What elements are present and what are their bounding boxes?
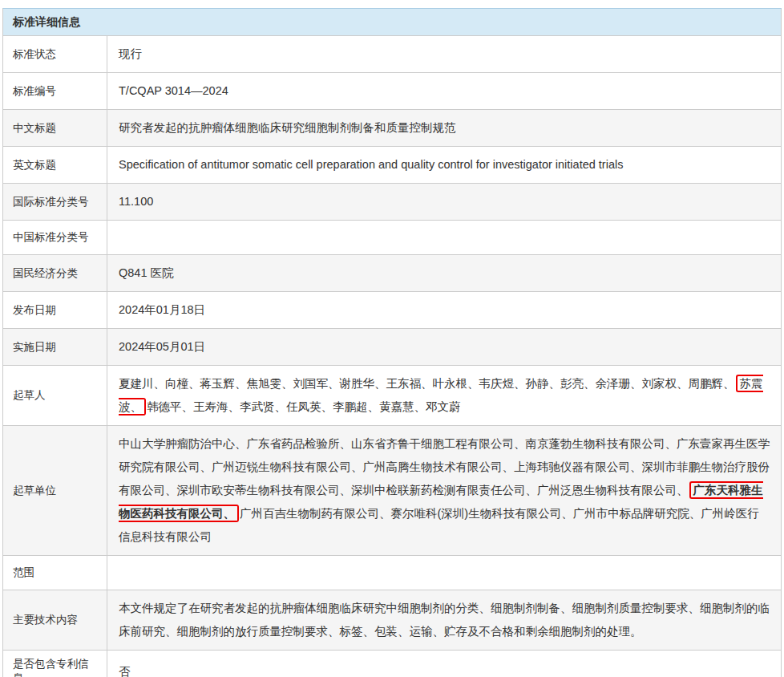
table-row-standard-number: 标准编号 T/CQAP 3014—2024 [3, 73, 781, 110]
organizations-text: 中山大学肿瘤防治中心、广东省药品检验所、山东省齐鲁干细胞工程有限公司、南京蓬勃生… [119, 432, 770, 549]
row-value: 11.100 [107, 184, 781, 220]
economic-classification-value: Q841 医院 [119, 261, 174, 285]
row-label: 实施日期 [3, 329, 107, 365]
implement-date-value: 2024年05月01日 [119, 335, 205, 359]
table-row-drafting-organizations: 起草单位 中山大学肿瘤防治中心、广东省药品检验所、山东省齐鲁干细胞工程有限公司、… [3, 426, 781, 556]
row-value: T/CQAP 3014—2024 [107, 73, 781, 109]
row-label: 起草单位 [3, 426, 107, 555]
row-value: 现行 [107, 36, 781, 72]
row-label: 标准编号 [3, 73, 107, 109]
table-row-publish-date: 发布日期 2024年01月18日 [3, 292, 781, 329]
row-value: 本文件规定了在研究者发起的抗肿瘤体细胞临床研究中细胞制剂的分类、细胞制剂制备、细… [107, 590, 781, 650]
row-value: 夏建川、向橦、蒋玉辉、焦旭雯、刘国军、谢胜华、王东福、叶永根、韦庆煜、孙静、彭亮… [107, 366, 781, 425]
table-row-standard-status: 标准状态 现行 [3, 36, 781, 73]
drafters-text-after: 韩德平、王寿海、李武贤、任凤英、李鹏超、黄嘉慧、邓文蔚 [147, 400, 461, 413]
publish-date-value: 2024年01月18日 [119, 298, 205, 322]
row-label: 范围 [3, 556, 107, 590]
organizations-text-before: 中山大学肿瘤防治中心、广东省药品检验所、山东省齐鲁干细胞工程有限公司、南京蓬勃生… [119, 437, 770, 497]
standard-detail-table: 标准详细信息 标准状态 现行 标准编号 T/CQAP 3014—2024 中文标… [2, 8, 782, 677]
row-label: 国民经济分类 [3, 255, 107, 291]
table-row-english-title: 英文标题 Specification of antitumor somatic … [3, 147, 781, 184]
row-value: Specification of antitumor somatic cell … [107, 147, 781, 183]
row-value: 否 [107, 651, 781, 677]
english-title-value: Specification of antitumor somatic cell … [119, 153, 623, 176]
row-value: 2024年01月18日 [107, 292, 781, 328]
table-row-patent-info: 是否包含专利信息 否 [3, 651, 781, 677]
row-label: 英文标题 [3, 147, 107, 183]
table-row-chinese-title: 中文标题 研究者发起的抗肿瘤体细胞临床研究细胞制剂制备和质量控制规范 [3, 110, 781, 147]
row-label: 标准状态 [3, 36, 107, 72]
chinese-title-value: 研究者发起的抗肿瘤体细胞临床研究细胞制剂制备和质量控制规范 [119, 116, 456, 140]
drafters-text-before: 夏建川、向橦、蒋玉辉、焦旭雯、刘国军、谢胜华、王东福、叶永根、韦庆煜、孙静、彭亮… [119, 377, 735, 390]
table-row-drafters: 起草人 夏建川、向橦、蒋玉辉、焦旭雯、刘国军、谢胜华、王东福、叶永根、韦庆煜、孙… [3, 366, 781, 426]
row-label: 起草人 [3, 366, 107, 425]
row-label: 中国标准分类号 [3, 221, 107, 254]
table-row-scope: 范围 [3, 556, 781, 590]
table-row-ics-number: 国际标准分类号 11.100 [3, 184, 781, 221]
ics-number-value: 11.100 [119, 190, 153, 213]
table-row-ccs-number: 中国标准分类号 [3, 221, 781, 255]
row-value [107, 556, 781, 590]
table-row-implement-date: 实施日期 2024年05月01日 [3, 329, 781, 366]
row-label: 国际标准分类号 [3, 184, 107, 220]
row-value: 2024年05月01日 [107, 329, 781, 365]
table-row-economic-classification: 国民经济分类 Q841 医院 [3, 255, 781, 292]
row-label: 是否包含专利信息 [3, 651, 107, 677]
page-title: 标准详细信息 [13, 15, 80, 30]
row-value: 中山大学肿瘤防治中心、广东省药品检验所、山东省齐鲁干细胞工程有限公司、南京蓬勃生… [107, 426, 781, 555]
drafters-text: 夏建川、向橦、蒋玉辉、焦旭雯、刘国军、谢胜华、王东福、叶永根、韦庆煜、孙静、彭亮… [119, 372, 770, 419]
table-row-main-technical-content: 主要技术内容 本文件规定了在研究者发起的抗肿瘤体细胞临床研究中细胞制剂的分类、细… [3, 590, 781, 651]
row-label: 中文标题 [3, 110, 107, 146]
row-label: 主要技术内容 [3, 590, 107, 650]
row-value: 研究者发起的抗肿瘤体细胞临床研究细胞制剂制备和质量控制规范 [107, 110, 781, 146]
standard-number-value: T/CQAP 3014—2024 [119, 79, 228, 103]
technical-content-value: 本文件规定了在研究者发起的抗肿瘤体细胞临床研究中细胞制剂的分类、细胞制剂制备、细… [119, 597, 770, 643]
row-value: Q841 医院 [107, 255, 781, 291]
row-label: 发布日期 [3, 292, 107, 328]
table-header: 标准详细信息 [3, 9, 781, 36]
row-value [107, 221, 781, 254]
patent-info-value: 否 [119, 660, 131, 677]
status-value: 现行 [119, 43, 142, 66]
